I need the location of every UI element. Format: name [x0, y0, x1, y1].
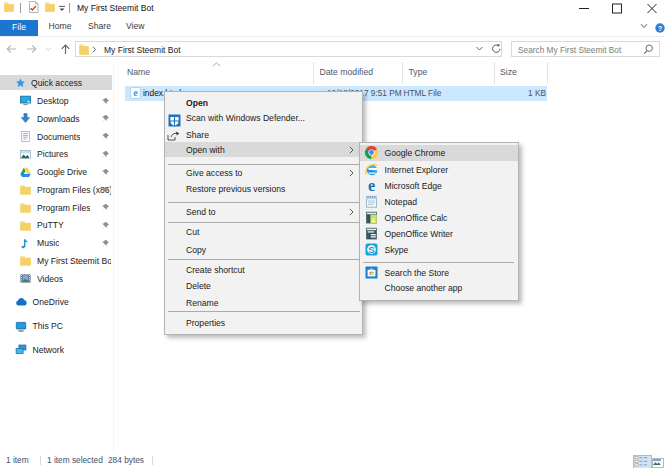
svg-text:e: e [133, 87, 138, 98]
svg-text:?: ? [658, 23, 663, 32]
svg-text:S: S [368, 244, 374, 255]
svg-text:e: e [368, 179, 375, 192]
